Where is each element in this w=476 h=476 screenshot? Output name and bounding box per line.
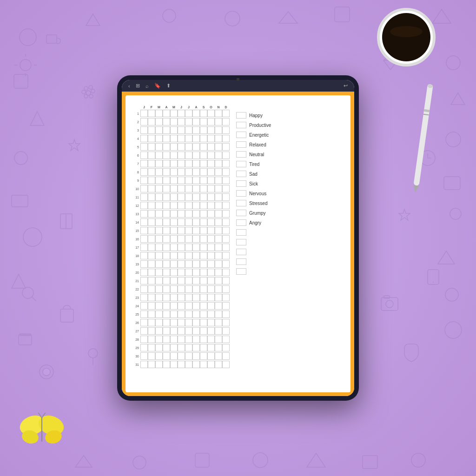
mood-cell[interactable] [170, 285, 178, 293]
mood-cell[interactable] [140, 244, 148, 251]
mood-cell[interactable] [155, 177, 163, 184]
mood-cell[interactable] [163, 126, 170, 134]
mood-cell[interactable] [185, 152, 192, 159]
mood-cell[interactable] [200, 227, 207, 234]
mood-cell[interactable] [140, 327, 148, 335]
mood-cell[interactable] [215, 311, 222, 318]
mood-cell[interactable] [185, 302, 192, 310]
mood-cell[interactable] [178, 352, 185, 360]
mood-cell[interactable] [170, 302, 178, 310]
mood-cell[interactable] [148, 143, 155, 151]
mood-cell[interactable] [207, 193, 215, 201]
mood-cell[interactable] [140, 344, 148, 351]
mood-cell[interactable] [170, 361, 178, 368]
mood-cell[interactable] [178, 177, 185, 184]
mood-cell[interactable] [192, 185, 200, 192]
mood-cell[interactable] [163, 344, 170, 351]
mood-cell[interactable] [178, 285, 185, 293]
mood-cell[interactable] [148, 193, 155, 201]
mood-cell[interactable] [170, 327, 178, 335]
mood-cell[interactable] [140, 269, 148, 276]
mood-cell[interactable] [215, 327, 222, 335]
mood-cell[interactable] [148, 269, 155, 276]
mood-cell[interactable] [215, 269, 222, 276]
mood-cell[interactable] [215, 352, 222, 360]
mood-cell[interactable] [192, 269, 200, 276]
mood-cell[interactable] [222, 235, 230, 243]
mood-cell[interactable] [215, 110, 222, 117]
mood-cell[interactable] [170, 110, 178, 117]
mood-cell[interactable] [155, 110, 163, 117]
mood-cell[interactable] [215, 277, 222, 284]
mood-cell[interactable] [222, 302, 230, 310]
mood-cell[interactable] [155, 218, 163, 226]
mood-cell[interactable] [192, 235, 200, 243]
mood-cell[interactable] [207, 160, 215, 167]
mood-cell[interactable] [148, 311, 155, 318]
mood-cell[interactable] [170, 202, 178, 209]
mood-cell[interactable] [155, 311, 163, 318]
mood-cell[interactable] [207, 344, 215, 351]
mood-cell[interactable] [163, 235, 170, 243]
mood-cell[interactable] [148, 361, 155, 368]
mood-cell[interactable] [140, 227, 148, 234]
mood-cell[interactable] [170, 260, 178, 268]
mood-cell[interactable] [207, 235, 215, 243]
mood-cell[interactable] [170, 277, 178, 284]
mood-cell[interactable] [215, 227, 222, 234]
mood-cell[interactable] [200, 336, 207, 343]
mood-cell[interactable] [155, 152, 163, 159]
mood-cell[interactable] [200, 260, 207, 268]
mood-cell[interactable] [185, 285, 192, 293]
mood-cell[interactable] [192, 110, 200, 117]
mood-cell[interactable] [178, 152, 185, 159]
mood-cell[interactable] [185, 294, 192, 301]
mood-cell[interactable] [140, 126, 148, 134]
mood-cell[interactable] [192, 336, 200, 343]
mood-cell[interactable] [178, 143, 185, 151]
mood-cell[interactable] [207, 294, 215, 301]
mood-cell[interactable] [148, 126, 155, 134]
mood-cell[interactable] [207, 361, 215, 368]
mood-cell[interactable] [170, 319, 178, 326]
mood-cell[interactable] [148, 260, 155, 268]
mood-cell[interactable] [222, 269, 230, 276]
mood-cell[interactable] [222, 285, 230, 293]
mood-cell[interactable] [185, 336, 192, 343]
mood-cell[interactable] [155, 193, 163, 201]
mood-cell[interactable] [185, 210, 192, 218]
mood-cell[interactable] [215, 344, 222, 351]
mood-cell[interactable] [185, 168, 192, 176]
mood-cell[interactable] [155, 352, 163, 360]
mood-cell[interactable] [170, 160, 178, 167]
mood-cell[interactable] [192, 218, 200, 226]
mood-cell[interactable] [155, 285, 163, 293]
mood-cell[interactable] [207, 135, 215, 142]
mood-cell[interactable] [192, 210, 200, 218]
mood-cell[interactable] [148, 294, 155, 301]
mood-cell[interactable] [140, 185, 148, 192]
mood-cell[interactable] [148, 227, 155, 234]
mood-cell[interactable] [163, 202, 170, 209]
mood-cell[interactable] [215, 185, 222, 192]
mood-cell[interactable] [163, 143, 170, 151]
mood-cell[interactable] [155, 269, 163, 276]
mood-cell[interactable] [200, 118, 207, 126]
mood-cell[interactable] [163, 302, 170, 310]
mood-cell[interactable] [163, 177, 170, 184]
mood-cell[interactable] [215, 152, 222, 159]
mood-cell[interactable] [215, 285, 222, 293]
mood-cell[interactable] [185, 311, 192, 318]
mood-cell[interactable] [140, 118, 148, 126]
mood-cell[interactable] [178, 110, 185, 117]
mood-cell[interactable] [140, 285, 148, 293]
mood-cell[interactable] [178, 269, 185, 276]
mood-cell[interactable] [222, 210, 230, 218]
mood-cell[interactable] [185, 227, 192, 234]
mood-cell[interactable] [170, 244, 178, 251]
mood-cell[interactable] [215, 319, 222, 326]
mood-cell[interactable] [148, 135, 155, 142]
mood-cell[interactable] [185, 244, 192, 251]
mood-cell[interactable] [148, 110, 155, 117]
mood-cell[interactable] [178, 210, 185, 218]
